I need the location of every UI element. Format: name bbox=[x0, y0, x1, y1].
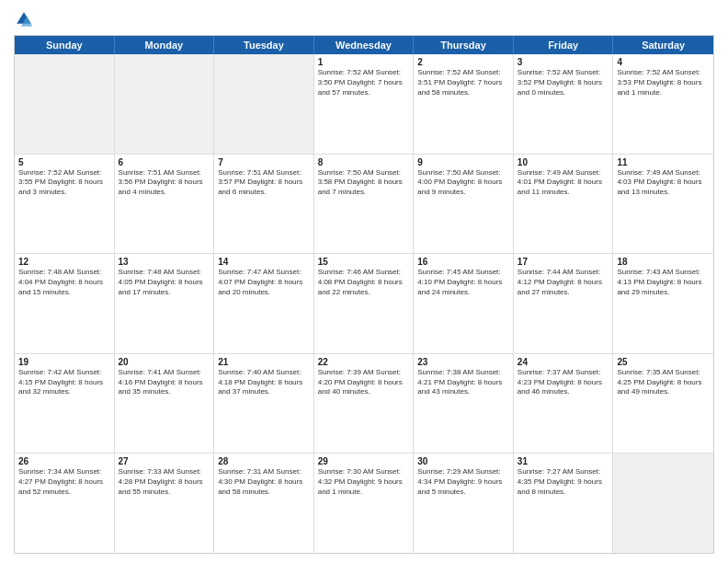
day-number: 4 bbox=[617, 57, 710, 67]
day-cell-13: 13Sunrise: 7:48 AM Sunset: 4:05 PM Dayli… bbox=[115, 254, 215, 353]
logo-icon bbox=[14, 9, 34, 29]
day-cell-2: 2Sunrise: 7:52 AM Sunset: 3:51 PM Daylig… bbox=[414, 54, 514, 154]
week-row-1: 1Sunrise: 7:52 AM Sunset: 3:50 PM Daylig… bbox=[15, 54, 713, 155]
day-number: 8 bbox=[318, 157, 410, 167]
day-cell-5: 5Sunrise: 7:52 AM Sunset: 3:55 PM Daylig… bbox=[15, 155, 115, 254]
day-info: Sunrise: 7:52 AM Sunset: 3:55 PM Dayligh… bbox=[18, 168, 110, 198]
day-number: 16 bbox=[417, 257, 509, 267]
day-info: Sunrise: 7:49 AM Sunset: 4:01 PM Dayligh… bbox=[518, 168, 609, 198]
day-number: 24 bbox=[518, 357, 609, 367]
empty-cell bbox=[115, 54, 215, 154]
day-cell-24: 24Sunrise: 7:37 AM Sunset: 4:23 PM Dayli… bbox=[514, 354, 614, 454]
day-number: 13 bbox=[119, 257, 210, 267]
week-row-4: 19Sunrise: 7:42 AM Sunset: 4:15 PM Dayli… bbox=[15, 354, 713, 454]
header bbox=[14, 9, 714, 29]
day-number: 17 bbox=[518, 257, 609, 267]
day-info: Sunrise: 7:46 AM Sunset: 4:08 PM Dayligh… bbox=[318, 268, 410, 297]
day-info: Sunrise: 7:30 AM Sunset: 4:32 PM Dayligh… bbox=[318, 467, 410, 497]
day-cell-25: 25Sunrise: 7:35 AM Sunset: 4:25 PM Dayli… bbox=[613, 354, 713, 454]
day-cell-11: 11Sunrise: 7:49 AM Sunset: 4:03 PM Dayli… bbox=[613, 155, 713, 254]
week-row-2: 5Sunrise: 7:52 AM Sunset: 3:55 PM Daylig… bbox=[15, 155, 713, 255]
logo bbox=[14, 9, 38, 29]
header-day-friday: Friday bbox=[514, 36, 614, 54]
day-number: 27 bbox=[119, 456, 210, 466]
day-info: Sunrise: 7:38 AM Sunset: 4:21 PM Dayligh… bbox=[417, 368, 509, 397]
day-number: 7 bbox=[218, 157, 310, 167]
day-info: Sunrise: 7:27 AM Sunset: 4:35 PM Dayligh… bbox=[518, 467, 609, 497]
day-info: Sunrise: 7:43 AM Sunset: 4:13 PM Dayligh… bbox=[617, 268, 710, 297]
day-info: Sunrise: 7:50 AM Sunset: 3:58 PM Dayligh… bbox=[318, 168, 410, 198]
day-number: 14 bbox=[218, 257, 310, 267]
day-cell-28: 28Sunrise: 7:31 AM Sunset: 4:30 PM Dayli… bbox=[214, 454, 314, 553]
day-cell-23: 23Sunrise: 7:38 AM Sunset: 4:21 PM Dayli… bbox=[414, 354, 514, 454]
day-info: Sunrise: 7:50 AM Sunset: 4:00 PM Dayligh… bbox=[417, 168, 509, 198]
day-info: Sunrise: 7:51 AM Sunset: 3:57 PM Dayligh… bbox=[218, 168, 310, 198]
day-cell-9: 9Sunrise: 7:50 AM Sunset: 4:00 PM Daylig… bbox=[414, 155, 514, 254]
day-number: 30 bbox=[417, 456, 509, 466]
day-number: 9 bbox=[417, 157, 509, 167]
day-info: Sunrise: 7:34 AM Sunset: 4:27 PM Dayligh… bbox=[18, 467, 110, 497]
day-cell-12: 12Sunrise: 7:48 AM Sunset: 4:04 PM Dayli… bbox=[15, 254, 115, 353]
day-number: 12 bbox=[18, 257, 110, 267]
day-info: Sunrise: 7:31 AM Sunset: 4:30 PM Dayligh… bbox=[218, 467, 310, 497]
day-cell-18: 18Sunrise: 7:43 AM Sunset: 4:13 PM Dayli… bbox=[613, 254, 713, 353]
empty-cell bbox=[613, 454, 713, 553]
day-cell-20: 20Sunrise: 7:41 AM Sunset: 4:16 PM Dayli… bbox=[115, 354, 215, 454]
day-cell-29: 29Sunrise: 7:30 AM Sunset: 4:32 PM Dayli… bbox=[314, 454, 415, 553]
day-number: 18 bbox=[617, 257, 710, 267]
day-cell-1: 1Sunrise: 7:52 AM Sunset: 3:50 PM Daylig… bbox=[314, 54, 415, 154]
day-number: 28 bbox=[218, 456, 310, 466]
week-row-3: 12Sunrise: 7:48 AM Sunset: 4:04 PM Dayli… bbox=[15, 254, 713, 354]
day-number: 25 bbox=[617, 357, 710, 367]
day-info: Sunrise: 7:52 AM Sunset: 3:53 PM Dayligh… bbox=[617, 68, 710, 98]
day-number: 22 bbox=[318, 357, 410, 367]
day-info: Sunrise: 7:39 AM Sunset: 4:20 PM Dayligh… bbox=[318, 368, 410, 397]
day-info: Sunrise: 7:52 AM Sunset: 3:51 PM Dayligh… bbox=[417, 68, 509, 98]
day-cell-15: 15Sunrise: 7:46 AM Sunset: 4:08 PM Dayli… bbox=[314, 254, 415, 353]
day-info: Sunrise: 7:47 AM Sunset: 4:07 PM Dayligh… bbox=[218, 268, 310, 297]
page: SundayMondayTuesdayWednesdayThursdayFrid… bbox=[0, 0, 728, 563]
day-cell-27: 27Sunrise: 7:33 AM Sunset: 4:28 PM Dayli… bbox=[115, 454, 215, 553]
day-cell-7: 7Sunrise: 7:51 AM Sunset: 3:57 PM Daylig… bbox=[214, 155, 314, 254]
day-cell-30: 30Sunrise: 7:29 AM Sunset: 4:34 PM Dayli… bbox=[414, 454, 514, 553]
day-info: Sunrise: 7:52 AM Sunset: 3:50 PM Dayligh… bbox=[318, 68, 410, 98]
day-number: 31 bbox=[518, 456, 609, 466]
week-row-5: 26Sunrise: 7:34 AM Sunset: 4:27 PM Dayli… bbox=[15, 454, 713, 553]
day-info: Sunrise: 7:44 AM Sunset: 4:12 PM Dayligh… bbox=[518, 268, 609, 297]
day-cell-10: 10Sunrise: 7:49 AM Sunset: 4:01 PM Dayli… bbox=[514, 155, 614, 254]
day-number: 21 bbox=[218, 357, 310, 367]
header-day-monday: Monday bbox=[115, 36, 215, 54]
day-number: 10 bbox=[518, 157, 609, 167]
day-info: Sunrise: 7:49 AM Sunset: 4:03 PM Dayligh… bbox=[617, 168, 710, 198]
header-day-tuesday: Tuesday bbox=[214, 36, 314, 54]
day-cell-8: 8Sunrise: 7:50 AM Sunset: 3:58 PM Daylig… bbox=[314, 155, 415, 254]
calendar-header: SundayMondayTuesdayWednesdayThursdayFrid… bbox=[15, 36, 713, 54]
day-cell-6: 6Sunrise: 7:51 AM Sunset: 3:56 PM Daylig… bbox=[115, 155, 215, 254]
day-number: 20 bbox=[119, 357, 210, 367]
day-number: 2 bbox=[417, 57, 509, 67]
day-cell-22: 22Sunrise: 7:39 AM Sunset: 4:20 PM Dayli… bbox=[314, 354, 415, 454]
day-info: Sunrise: 7:41 AM Sunset: 4:16 PM Dayligh… bbox=[119, 368, 210, 397]
header-day-saturday: Saturday bbox=[613, 36, 713, 54]
day-info: Sunrise: 7:40 AM Sunset: 4:18 PM Dayligh… bbox=[218, 368, 310, 397]
day-info: Sunrise: 7:33 AM Sunset: 4:28 PM Dayligh… bbox=[119, 467, 210, 497]
header-day-wednesday: Wednesday bbox=[314, 36, 415, 54]
day-cell-14: 14Sunrise: 7:47 AM Sunset: 4:07 PM Dayli… bbox=[214, 254, 314, 353]
day-cell-19: 19Sunrise: 7:42 AM Sunset: 4:15 PM Dayli… bbox=[15, 354, 115, 454]
day-info: Sunrise: 7:45 AM Sunset: 4:10 PM Dayligh… bbox=[417, 268, 509, 297]
day-cell-4: 4Sunrise: 7:52 AM Sunset: 3:53 PM Daylig… bbox=[613, 54, 713, 154]
day-number: 5 bbox=[18, 157, 110, 167]
day-info: Sunrise: 7:52 AM Sunset: 3:52 PM Dayligh… bbox=[518, 68, 609, 98]
day-cell-21: 21Sunrise: 7:40 AM Sunset: 4:18 PM Dayli… bbox=[214, 354, 314, 454]
day-number: 19 bbox=[18, 357, 110, 367]
day-number: 15 bbox=[318, 257, 410, 267]
day-number: 29 bbox=[318, 456, 410, 466]
day-info: Sunrise: 7:37 AM Sunset: 4:23 PM Dayligh… bbox=[518, 368, 609, 397]
day-number: 26 bbox=[18, 456, 110, 466]
day-number: 1 bbox=[318, 57, 410, 67]
day-info: Sunrise: 7:48 AM Sunset: 4:04 PM Dayligh… bbox=[18, 268, 110, 297]
day-info: Sunrise: 7:42 AM Sunset: 4:15 PM Dayligh… bbox=[18, 368, 110, 397]
day-number: 23 bbox=[417, 357, 509, 367]
day-cell-3: 3Sunrise: 7:52 AM Sunset: 3:52 PM Daylig… bbox=[514, 54, 614, 154]
day-cell-17: 17Sunrise: 7:44 AM Sunset: 4:12 PM Dayli… bbox=[514, 254, 614, 353]
